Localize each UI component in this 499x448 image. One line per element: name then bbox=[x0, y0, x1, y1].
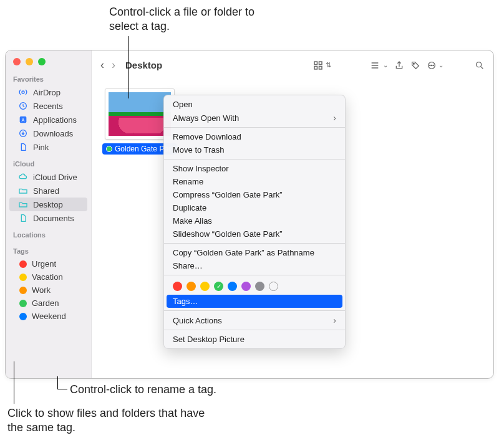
sidebar-item-pink[interactable]: Pink bbox=[9, 140, 87, 154]
window-controls bbox=[6, 50, 91, 69]
sidebar-tag-vacation[interactable]: Vacation bbox=[9, 270, 87, 284]
callout-top: Control-click a file or folder to select… bbox=[109, 5, 284, 34]
tag-dot-icon bbox=[19, 300, 27, 307]
sidebar-tag-work[interactable]: Work bbox=[9, 284, 87, 297]
window-minimize-button[interactable] bbox=[26, 58, 33, 65]
sidebar-item-desktop[interactable]: Desktop bbox=[9, 198, 87, 211]
chevron-right-icon: › bbox=[333, 315, 336, 325]
sidebar-item-documents[interactable]: Documents bbox=[9, 211, 87, 225]
sidebar-item-label: Urgent bbox=[32, 259, 56, 269]
applications-icon: A bbox=[18, 115, 28, 125]
sidebar-section-favorites: Favorites bbox=[6, 69, 91, 85]
tag-color-orange[interactable] bbox=[187, 282, 196, 291]
sidebar-section-locations: Locations bbox=[6, 225, 91, 241]
sidebar-item-label: Documents bbox=[33, 214, 74, 223]
callout-rename: Control-click to rename a tag. bbox=[70, 383, 216, 397]
view-mode-button[interactable]: ⇅ bbox=[312, 60, 331, 71]
document-icon bbox=[18, 142, 28, 152]
menu-quick-actions[interactable]: Quick Actions› bbox=[164, 313, 345, 327]
sidebar-item-label: Shared bbox=[33, 186, 59, 196]
menu-tags[interactable]: Tags… bbox=[167, 295, 342, 308]
icloud-icon bbox=[18, 172, 28, 182]
sidebar-item-label: Pink bbox=[33, 143, 49, 152]
sidebar-item-downloads[interactable]: Downloads bbox=[9, 126, 87, 140]
sidebar-tag-urgent[interactable]: Urgent bbox=[9, 257, 87, 270]
nav-arrows: ‹ › bbox=[100, 59, 115, 72]
tag-color-purple[interactable] bbox=[241, 282, 251, 291]
shared-folder-icon bbox=[18, 186, 28, 196]
sidebar-tag-garden[interactable]: Garden bbox=[9, 297, 87, 310]
tag-color-red[interactable] bbox=[173, 282, 182, 291]
context-menu: Open Always Open With› Remove Download M… bbox=[163, 95, 346, 349]
menu-show-inspector[interactable]: Show Inspector bbox=[164, 162, 345, 175]
tag-dot-icon bbox=[19, 274, 27, 281]
sidebar-section-tags: Tags bbox=[6, 241, 91, 257]
nav-forward-button[interactable]: › bbox=[112, 59, 115, 72]
sidebar-item-airdrop[interactable]: AirDrop bbox=[9, 85, 87, 99]
callout-rename-leader-h bbox=[57, 389, 67, 389]
svg-point-11 bbox=[430, 65, 430, 65]
menu-separator bbox=[164, 275, 345, 275]
menu-separator bbox=[164, 310, 345, 311]
svg-point-9 bbox=[413, 63, 414, 64]
sidebar-item-label: iCloud Drive bbox=[33, 173, 77, 182]
sidebar: Favorites AirDrop Recents A Applications… bbox=[6, 50, 92, 378]
menu-share[interactable]: Share… bbox=[164, 259, 345, 272]
menu-rename[interactable]: Rename bbox=[164, 175, 345, 188]
menu-move-to-trash[interactable]: Move to Trash bbox=[164, 143, 345, 156]
search-button[interactable] bbox=[475, 60, 485, 70]
tag-color-none[interactable] bbox=[269, 282, 278, 291]
sidebar-item-label: Weekend bbox=[32, 312, 66, 321]
window-title: Desktop bbox=[125, 60, 162, 70]
file-tag-badge-icon bbox=[106, 146, 112, 152]
sidebar-tag-weekend[interactable]: Weekend bbox=[9, 310, 87, 323]
sidebar-item-icloud-drive[interactable]: iCloud Drive bbox=[9, 170, 87, 184]
tag-color-green[interactable] bbox=[214, 282, 223, 291]
tag-color-yellow[interactable] bbox=[200, 282, 210, 291]
svg-point-14 bbox=[477, 62, 482, 67]
menu-compress[interactable]: Compress “Golden Gate Park” bbox=[164, 188, 345, 201]
documents-icon bbox=[18, 213, 28, 223]
menu-separator bbox=[164, 330, 345, 330]
svg-point-0 bbox=[22, 91, 24, 93]
menu-tag-colors bbox=[164, 278, 345, 295]
window-close-button[interactable] bbox=[13, 58, 21, 65]
svg-rect-7 bbox=[314, 66, 317, 69]
menu-set-desktop-picture[interactable]: Set Desktop Picture bbox=[164, 333, 345, 346]
tag-dot-icon bbox=[19, 313, 27, 320]
callout-showfiles-leader bbox=[14, 361, 14, 404]
tag-color-blue[interactable] bbox=[228, 282, 237, 291]
menu-slideshow[interactable]: Slideshow “Golden Gate Park” bbox=[164, 227, 345, 241]
nav-back-button[interactable]: ‹ bbox=[100, 59, 104, 72]
svg-point-12 bbox=[431, 65, 432, 65]
chevron-down-icon: ⌄ bbox=[438, 62, 443, 69]
sidebar-item-label: Downloads bbox=[33, 129, 73, 138]
sidebar-item-recents[interactable]: Recents bbox=[9, 99, 87, 113]
recents-icon bbox=[18, 101, 28, 111]
tag-color-gray[interactable] bbox=[255, 282, 264, 291]
tags-button[interactable] bbox=[410, 60, 420, 70]
tag-dot-icon bbox=[19, 287, 27, 294]
menu-duplicate[interactable]: Duplicate bbox=[164, 201, 345, 214]
menu-make-alias[interactable]: Make Alias bbox=[164, 214, 345, 227]
sidebar-item-shared[interactable]: Shared bbox=[9, 184, 87, 198]
menu-remove-download[interactable]: Remove Download bbox=[164, 130, 345, 143]
menu-copy-pathname[interactable]: Copy “Golden Gate Park” as Pathname bbox=[164, 246, 345, 259]
more-button[interactable]: ⌄ bbox=[427, 60, 443, 70]
callout-top-leader bbox=[128, 36, 129, 98]
share-button[interactable] bbox=[394, 60, 404, 70]
group-by-button[interactable]: ⌄ bbox=[369, 60, 388, 70]
sidebar-item-applications[interactable]: A Applications bbox=[9, 113, 87, 126]
toolbar: ‹ › Desktop ⇅ ⌄ bbox=[92, 50, 493, 80]
svg-text:A: A bbox=[22, 117, 25, 123]
sidebar-item-label: Vacation bbox=[32, 272, 63, 282]
sidebar-item-label: AirDrop bbox=[33, 88, 61, 97]
menu-open[interactable]: Open bbox=[164, 98, 345, 111]
sidebar-item-label: Garden bbox=[32, 298, 59, 308]
window-maximize-button[interactable] bbox=[38, 58, 46, 65]
sidebar-item-label: Applications bbox=[33, 115, 77, 125]
callout-showfiles: Click to show files and folders that hav… bbox=[7, 406, 220, 436]
menu-separator bbox=[164, 127, 345, 128]
airdrop-icon bbox=[18, 87, 28, 97]
menu-always-open-with[interactable]: Always Open With› bbox=[164, 111, 345, 125]
